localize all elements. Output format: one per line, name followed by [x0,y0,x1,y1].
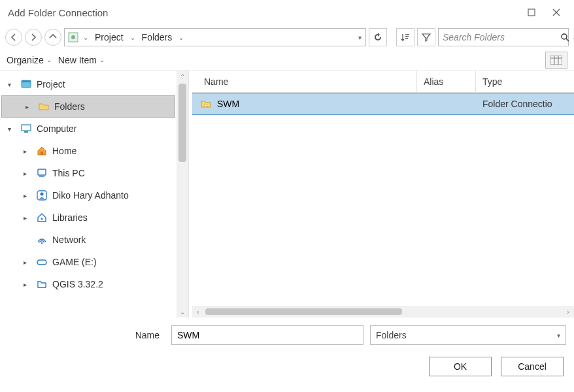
tree-item-folders[interactable]: ▸Folders [1,95,175,118]
breadcrumb-seg-0[interactable]: Project [92,32,126,42]
maximize-button[interactable] [519,3,544,22]
tree-item-this-pc[interactable]: ▸This PC [0,162,177,184]
scroll-down-icon[interactable]: ⌄ [177,306,188,318]
expand-arrow-icon[interactable]: ▸ [24,214,31,221]
name-field-label: Name [8,330,165,340]
back-button[interactable] [5,29,22,46]
pc-icon [35,167,48,180]
tree-scrollbar[interactable]: ⌃ ⌄ [177,71,188,318]
expand-arrow-icon[interactable]: ▸ [24,170,31,177]
svg-point-16 [41,193,44,196]
lib-icon [35,211,48,224]
chevron-down-icon[interactable]: ⌄ [82,34,90,41]
scroll-up-icon[interactable]: ⌃ [177,71,188,82]
expand-arrow-icon[interactable]: ▾ [8,125,16,133]
list-row[interactable]: SWMFolder Connectio [192,93,574,115]
tree-item-libraries[interactable]: ▸Libraries [0,206,177,229]
tree-item-label: QGIS 3.32.2 [52,279,103,289]
chevron-down-icon: ▾ [557,332,560,339]
tree-item-label: Folders [54,101,85,112]
close-icon [552,8,560,16]
column-name[interactable]: Name [192,71,417,92]
expand-arrow-icon[interactable]: ▸ [24,259,31,266]
organize-menu[interactable]: Organize ⌄ [7,55,52,65]
list-cell-name: SWM [217,99,239,109]
expand-arrow-icon[interactable]: ▸ [24,281,31,288]
drive-icon [35,255,48,269]
home-icon [35,144,48,157]
svg-rect-10 [22,125,31,131]
search-input[interactable] [443,32,558,42]
folder-connection-icon [200,98,212,110]
breadcrumb-seg-1[interactable]: Folders [139,32,175,42]
column-type[interactable]: Type [476,71,574,92]
list-body[interactable]: SWMFolder Connectio [192,93,574,306]
tree-item-project[interactable]: ▾Project [0,73,177,95]
back-icon [10,33,18,41]
view-toggle-button[interactable] [545,52,567,69]
tree-item-home[interactable]: ▸Home [0,140,177,162]
chevron-down-icon: ⌄ [46,56,52,63]
expand-arrow-icon[interactable]: ▸ [25,103,33,110]
tree-item-qgis-3-32-2[interactable]: ▸QGIS 3.32.2 [0,273,177,295]
list-horizontal-scrollbar[interactable]: ‹ › [192,306,574,318]
tree-item-label: Computer [37,123,76,134]
svg-point-3 [562,34,567,39]
tree-item-computer[interactable]: ▾Computer [0,118,177,140]
net-icon [35,233,48,246]
maximize-icon [528,8,535,16]
search-box[interactable]: ⌄ [438,28,569,46]
forward-button[interactable] [25,29,42,46]
chevron-down-icon: ⌄ [99,56,105,63]
filter-type-select[interactable]: Folders ▾ [370,325,566,345]
search-icon[interactable] [561,33,569,42]
project-icon [20,78,33,91]
tree-item-label: GAME (E:) [52,257,97,267]
tree-item-network[interactable]: Network [0,229,177,251]
breadcrumb-bar[interactable]: ⌄ Project ⌄ Folders ⌄ ▾ [64,28,366,46]
hscrollbar-thumb[interactable] [205,308,402,315]
expand-arrow-icon[interactable] [24,237,31,244]
ok-button[interactable]: OK [429,357,492,376]
refresh-icon [373,33,382,42]
column-alias[interactable]: Alias [417,71,476,92]
tree-item-label: Libraries [52,212,88,223]
tree-item-label: Home [52,146,76,156]
catalog-tree[interactable]: ▾Project▸Folders▾Computer▸Home▸This PC▸D… [0,71,177,318]
filter-type-label: Folders [376,330,407,340]
folder-icon [37,100,50,113]
columns-view-icon [550,56,562,65]
window-title: Add Folder Connection [8,7,519,18]
name-input[interactable] [171,325,363,345]
computer-icon [20,122,33,135]
scroll-right-icon[interactable]: › [562,308,574,316]
refresh-button[interactable] [369,28,387,46]
scrollbar-thumb[interactable] [178,84,186,162]
chevron-down-icon[interactable]: ⌄ [129,34,137,41]
sort-icon [401,33,410,42]
tree-item-label: Project [37,79,65,90]
chevron-down-icon[interactable]: ⌄ [177,34,185,41]
expand-arrow-icon[interactable]: ▸ [24,192,31,199]
filter-button[interactable] [417,28,435,46]
tree-item-diko-hary-adhanto[interactable]: ▸Diko Hary Adhanto [0,184,177,206]
up-icon [49,33,57,41]
svg-point-18 [41,242,43,244]
close-button[interactable] [544,3,569,22]
tree-item-label: This PC [52,168,85,178]
svg-rect-11 [24,131,28,133]
up-button[interactable] [44,29,61,46]
expand-arrow-icon[interactable]: ▸ [24,148,31,155]
svg-point-17 [41,218,43,220]
sort-button[interactable] [396,28,414,46]
user-icon [35,189,48,202]
expand-arrow-icon[interactable]: ▾ [8,81,16,88]
new-item-menu[interactable]: New Item ⌄ [58,55,105,65]
dropdown-arrow-icon[interactable]: ▾ [357,34,363,41]
cancel-button[interactable]: Cancel [501,357,564,376]
tree-item-game-e-[interactable]: ▸GAME (E:) [0,251,177,273]
filter-icon [422,33,431,42]
scroll-left-icon[interactable]: ‹ [192,308,204,316]
generic-icon [35,278,48,291]
svg-rect-0 [528,9,535,16]
